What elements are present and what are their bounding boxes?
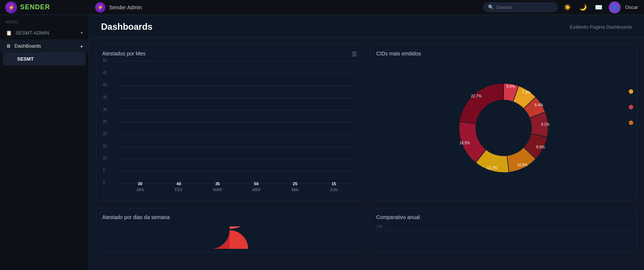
breadcrumb: Exibindo Pagina Dashboards <box>570 24 632 30</box>
brand-icon: ⚡ <box>95 2 105 13</box>
weekly-chart-title: Atestado por dias da semana <box>102 214 357 220</box>
topbar: ⚡ SENDER ⚡ Sender Admin 🔍 ☀️ 🌙 ✉️ 👤 Osca… <box>0 0 644 15</box>
donut-label: 22.7% <box>471 94 481 98</box>
pie-preview-svg <box>207 226 252 251</box>
donut-svg: 5.5%7.3%6.4%9.1%8.9%10.9%12.7%16.5%22.7% <box>448 72 559 184</box>
avatar[interactable]: 👤 <box>609 1 621 13</box>
donut-label: 6.4% <box>535 103 543 107</box>
bar-chart-card: Atestados por Mes ☰ 50454035302520151050… <box>96 44 363 201</box>
y-axis-label: 30 <box>103 107 107 112</box>
donut-chart-title: CIDs mais emitidos <box>376 51 631 57</box>
donut-segment[interactable] <box>459 83 504 124</box>
donut-label: 7.3% <box>522 90 531 94</box>
chart-menu-icon[interactable]: ☰ <box>352 51 357 58</box>
y-axis-label: 20 <box>103 132 107 136</box>
donut-chart-card: CIDs mais emitidos 5.5%7.3%6.4%9.1%8.9%1… <box>370 44 637 201</box>
annual-chart-title: Comparativo anual <box>376 214 631 220</box>
brand-name: Sender Admin <box>109 4 142 10</box>
logo-area: ⚡ SENDER <box>0 1 89 13</box>
bar-chart-wrapper: 50454035302520151050 304035502515 JANFEV… <box>102 61 357 195</box>
sidebar-item-sesmt[interactable]: SESMT <box>3 52 86 65</box>
brand-area: ⚡ Sender Admin <box>89 2 142 13</box>
x-axis-label: ABR <box>237 184 276 195</box>
topbar-right: 🔍 ☀️ 🌙 ✉️ 👤 Oscar <box>483 1 644 13</box>
x-axis-label: JAN <box>121 184 159 195</box>
dashboards-icon: 🖥 <box>6 43 11 49</box>
logo-icon: ⚡ <box>5 1 17 13</box>
sesmt-admin-icon: 📋 <box>6 30 12 36</box>
sidebar-item-sesmt-admin[interactable]: 📋 SESMT-ADMIN ▾ <box>0 26 89 39</box>
annual-grid-line <box>376 230 631 231</box>
sidebar-item-dashboards[interactable]: 🖥 DashBoards ▴ <box>0 39 89 52</box>
search-input[interactable] <box>496 4 553 10</box>
bar-x-labels: JANFEVMARABRMAIJUN <box>117 184 357 195</box>
logo-text: SENDER <box>20 3 50 11</box>
y-axis-label: 45 <box>103 71 107 75</box>
donut-label: 5.5% <box>507 84 515 89</box>
chevron-up-icon: ▴ <box>81 44 83 48</box>
x-axis-label: MAI <box>276 184 314 195</box>
mail-button[interactable]: ✉️ <box>593 2 604 13</box>
bar-chart-bars: 304035502515 <box>117 61 357 184</box>
light-mode-button[interactable]: ☀️ <box>562 2 573 13</box>
dashboard-grid: Atestados por Mes ☰ 50454035302520151050… <box>89 38 644 259</box>
search-box[interactable]: 🔍 <box>483 3 557 12</box>
weekly-chart-card: Atestado por dias da semana <box>96 208 363 253</box>
donut-label: 8.9% <box>536 145 545 149</box>
donut-label: 10.9% <box>517 163 527 167</box>
x-axis-label: MAR <box>198 184 237 195</box>
y-axis-label: 35 <box>103 95 107 99</box>
donut-label: 16.5% <box>459 141 470 145</box>
page-header: Dashboards Exibindo Pagina Dashboards <box>89 15 644 38</box>
chevron-down-icon: ▾ <box>81 30 83 35</box>
y-axis-label: 15 <box>103 144 107 148</box>
y-axis-label: 10 <box>103 156 107 160</box>
menu-label: MENU <box>0 15 89 26</box>
x-axis-label: JUN <box>315 184 353 195</box>
search-icon: 🔍 <box>488 4 494 10</box>
page-title: Dashboards <box>101 22 153 32</box>
weekly-chart-preview <box>102 225 357 251</box>
sidebar: MENU 📋 SESMT-ADMIN ▾ 🖥 DashBoards ▴ SESM… <box>0 15 89 270</box>
y-axis-label: 40 <box>103 83 107 87</box>
y-axis-label: 50 <box>103 58 107 62</box>
annual-grid-label: 130 <box>376 225 631 229</box>
user-name: Oscar <box>625 4 638 10</box>
x-axis-label: FEV <box>159 184 198 195</box>
side-legend-dot <box>629 105 633 109</box>
main-content: Dashboards Exibindo Pagina Dashboards At… <box>89 15 644 270</box>
side-legend <box>629 89 633 125</box>
donut-label: 9.1% <box>541 122 550 126</box>
donut-label: 12.7% <box>487 166 497 170</box>
y-axis-label: 25 <box>103 119 107 123</box>
side-legend-dot <box>629 89 633 94</box>
dashboards-label: DashBoards <box>14 43 41 49</box>
y-axis-label: 0 <box>103 181 105 185</box>
dark-mode-button[interactable]: 🌙 <box>578 2 589 13</box>
y-axis-label: 5 <box>103 168 105 173</box>
sesmt-admin-label: SESMT-ADMIN <box>16 30 49 36</box>
side-legend-dot <box>629 120 633 125</box>
bar-chart-title: Atestados por Mes <box>102 51 357 57</box>
donut-wrapper: 5.5%7.3%6.4%9.1%8.9%10.9%12.7%16.5%22.7% <box>376 61 631 195</box>
sesmt-label: SESMT <box>17 56 34 62</box>
annual-chart-card: Comparativo anual 130 <box>370 208 637 253</box>
